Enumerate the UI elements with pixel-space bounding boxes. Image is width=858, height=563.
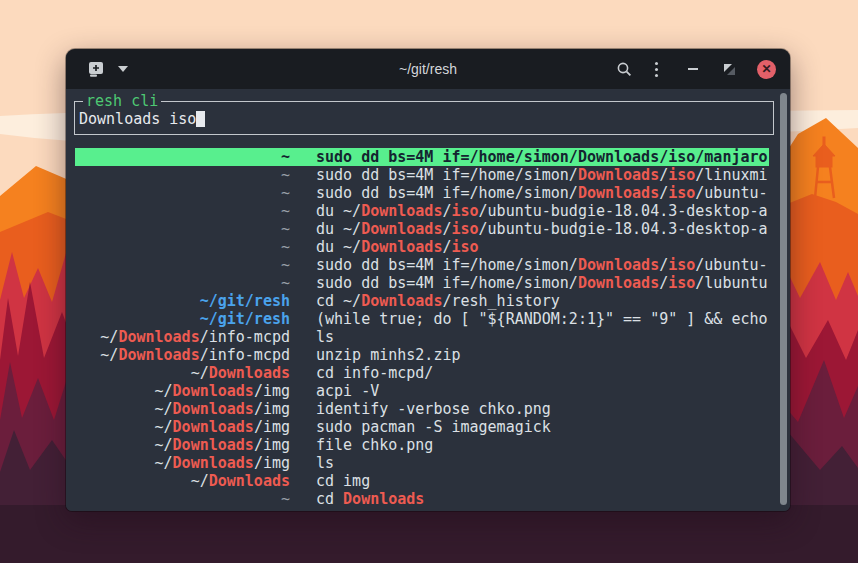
row-gap	[290, 436, 316, 454]
row-command: unzip minhs2.zip	[316, 346, 769, 364]
row-location: ~/Downloads	[75, 364, 290, 382]
row-location: ~	[75, 166, 290, 184]
row-gap	[290, 382, 316, 400]
row-location: ~	[75, 220, 290, 238]
row-command: ls	[316, 454, 769, 472]
row-gap	[290, 310, 316, 328]
close-button[interactable]: ✕	[757, 57, 776, 81]
history-row[interactable]: ~du ~/Downloads/iso	[75, 238, 769, 256]
resh-box-title: resh cli	[83, 92, 161, 110]
row-command: cd ~/Downloads/resh_history	[316, 292, 769, 310]
scrollbar-thumb[interactable]	[780, 93, 787, 505]
row-command: cd Downloads	[316, 490, 769, 508]
history-row[interactable]: ~/Downloadscd info-mcpd/	[75, 364, 769, 382]
row-gap	[290, 454, 316, 472]
history-row[interactable]: ~/git/resh(while true; do [ "${RANDOM:2:…	[75, 310, 769, 328]
history-row[interactable]: ~/Downloads/info-mcpdls	[75, 328, 769, 346]
history-row[interactable]: ~du ~/Downloads/iso/ubuntu-budgie-18.04.…	[75, 202, 769, 220]
row-command: sudo pacman -S imagemagick	[316, 418, 769, 436]
minimize-icon	[688, 68, 698, 70]
menu-button[interactable]	[655, 57, 658, 81]
kebab-menu-icon	[655, 62, 658, 77]
row-location: ~	[75, 184, 290, 202]
history-row[interactable]: ~cd Downloads	[75, 490, 769, 508]
row-command: file chko.png	[316, 436, 769, 454]
chevron-down-icon	[118, 66, 128, 72]
row-location: ~	[75, 202, 290, 220]
history-row[interactable]: ~sudo dd bs=4M if=/home/simon/Downloads/…	[75, 274, 769, 292]
row-command: (while true; do [ "${RANDOM:2:1}" == "9"…	[316, 310, 769, 328]
history-row[interactable]: ~/git/reshcd ~/Downloads/resh_history	[75, 292, 769, 310]
row-location: ~/Downloads/img	[75, 436, 290, 454]
terminal-content: resh cli Downloads iso ~sudo dd bs=4M if…	[66, 89, 790, 511]
row-gap	[290, 400, 316, 418]
row-location: ~/Downloads/img	[75, 418, 290, 436]
row-gap	[290, 274, 316, 292]
row-gap	[290, 166, 316, 184]
row-gap	[290, 490, 316, 508]
row-gap	[290, 184, 316, 202]
row-command: sudo dd bs=4M if=/home/simon/Downloads/i…	[316, 274, 769, 292]
row-command: du ~/Downloads/iso/ubuntu-budgie-18.04.3…	[316, 220, 769, 238]
minimize-button[interactable]	[688, 57, 698, 81]
history-row[interactable]: ~/Downloads/imgfile chko.png	[75, 436, 769, 454]
restore-icon	[724, 64, 735, 75]
close-icon: ✕	[757, 60, 776, 79]
row-location: ~	[75, 490, 290, 508]
row-location: ~/Downloads	[75, 472, 290, 490]
history-row[interactable]: ~sudo dd bs=4M if=/home/simon/Downloads/…	[75, 184, 769, 202]
row-gap	[290, 346, 316, 364]
row-gap	[290, 256, 316, 274]
new-tab-icon	[88, 61, 106, 78]
history-row[interactable]: ~/Downloads/imgls	[75, 454, 769, 472]
row-command: acpi -V	[316, 382, 769, 400]
titlebar-right-controls: ✕	[616, 57, 790, 81]
history-row[interactable]: ~/Downloads/info-mcpdunzip minhs2.zip	[75, 346, 769, 364]
row-gap	[290, 418, 316, 436]
history-row[interactable]: ~sudo dd bs=4M if=/home/simon/Downloads/…	[75, 148, 769, 166]
row-command: sudo dd bs=4M if=/home/simon/Downloads/i…	[316, 148, 769, 166]
row-location: ~/git/resh	[75, 310, 290, 328]
resh-search-box[interactable]: resh cli Downloads iso	[74, 101, 774, 135]
row-command: du ~/Downloads/iso	[316, 238, 769, 256]
row-gap	[290, 292, 316, 310]
row-gap	[290, 328, 316, 346]
row-command: sudo dd bs=4M if=/home/simon/Downloads/i…	[316, 184, 769, 202]
row-location: ~/Downloads/img	[75, 382, 290, 400]
search-input[interactable]: Downloads iso	[79, 110, 205, 128]
history-list: ~sudo dd bs=4M if=/home/simon/Downloads/…	[75, 148, 769, 508]
new-tab-button[interactable]	[88, 57, 106, 81]
row-location: ~/Downloads/img	[75, 454, 290, 472]
row-gap	[290, 364, 316, 382]
row-location: ~	[75, 256, 290, 274]
row-location: ~	[75, 274, 290, 292]
row-command: du ~/Downloads/iso/ubuntu-budgie-18.04.3…	[316, 202, 769, 220]
row-location: ~/Downloads/info-mcpd	[75, 328, 290, 346]
row-command: cd img	[316, 472, 769, 490]
history-row[interactable]: ~/Downloads/imgidentify -verbose chko.pn…	[75, 400, 769, 418]
history-row[interactable]: ~/Downloads/imgsudo pacman -S imagemagic…	[75, 418, 769, 436]
row-location: ~/Downloads/img	[75, 400, 290, 418]
row-gap	[290, 202, 316, 220]
wallpaper-foreground	[0, 505, 858, 563]
search-query-text: Downloads iso	[79, 110, 196, 128]
titlebar: ~/git/resh	[66, 49, 790, 89]
row-command: sudo dd bs=4M if=/home/simon/Downloads/i…	[316, 256, 769, 274]
history-row[interactable]: ~sudo dd bs=4M if=/home/simon/Downloads/…	[75, 166, 769, 184]
row-location: ~	[75, 238, 290, 256]
history-row[interactable]: ~/Downloads/imgacpi -V	[75, 382, 769, 400]
history-row[interactable]: ~/Downloadscd img	[75, 472, 769, 490]
titlebar-left-controls	[66, 57, 128, 81]
tab-dropdown-button[interactable]	[118, 57, 128, 81]
row-command: cd info-mcpd/	[316, 364, 769, 382]
restore-button[interactable]	[724, 57, 735, 81]
row-gap	[290, 148, 316, 166]
row-gap	[290, 238, 316, 256]
history-row[interactable]: ~sudo dd bs=4M if=/home/simon/Downloads/…	[75, 256, 769, 274]
history-row[interactable]: ~du ~/Downloads/iso/ubuntu-budgie-18.04.…	[75, 220, 769, 238]
row-location: ~/Downloads/info-mcpd	[75, 346, 290, 364]
search-icon	[616, 61, 633, 78]
terminal-window: ~/git/resh	[66, 49, 790, 511]
row-command: ls	[316, 328, 769, 346]
search-button[interactable]	[616, 57, 633, 81]
